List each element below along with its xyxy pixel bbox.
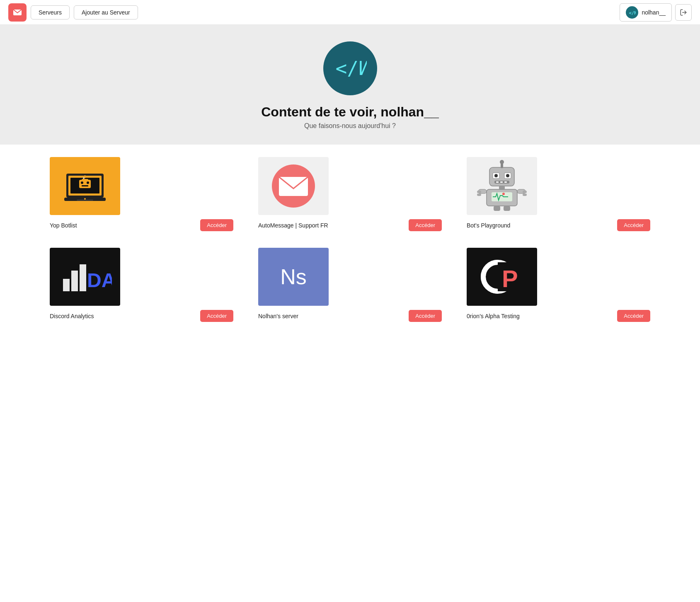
- server-thumb-bots-playground: [467, 157, 537, 215]
- hero-subtitle: Que faisons-nous aujourd'hui ?: [304, 122, 396, 130]
- svg-rect-42: [494, 206, 500, 211]
- server-thumb-automessage: [258, 157, 329, 215]
- avatar: </N>: [626, 6, 638, 19]
- svg-rect-29: [496, 181, 499, 183]
- svg-text:</И>: </И>: [335, 57, 367, 80]
- svg-rect-38: [477, 193, 481, 196]
- servers-section: Yop Botlist Accéder AutoMessage | Suppor…: [0, 145, 700, 334]
- svg-point-23: [500, 160, 504, 164]
- svg-rect-31: [504, 181, 507, 183]
- svg-point-35: [502, 193, 505, 195]
- svg-point-10: [87, 181, 89, 184]
- svg-rect-41: [523, 191, 527, 193]
- logo-button[interactable]: [8, 3, 27, 22]
- acceder-button-automessage[interactable]: Accéder: [409, 219, 442, 231]
- svg-rect-40: [523, 193, 527, 196]
- svg-rect-11: [82, 185, 88, 186]
- svg-point-9: [81, 181, 83, 184]
- svg-rect-43: [504, 206, 510, 211]
- hero-section: </И> Content de te voir, nolhan__ Que fa…: [0, 25, 700, 145]
- envelope-icon: [12, 7, 22, 17]
- server-name-automessage: AutoMessage | Support FR: [258, 222, 404, 229]
- svg-rect-45: [71, 271, 78, 291]
- svg-point-26: [494, 174, 498, 177]
- server-card-yop-botlist: Yop Botlist Accéder: [50, 157, 233, 231]
- navbar: Serveurs Ajouter au Serveur </N> nolhan_…: [0, 0, 700, 25]
- hero-title: Content de te voir, nolhan__: [261, 104, 439, 120]
- svg-rect-8: [82, 179, 88, 181]
- svg-point-15: [84, 175, 86, 177]
- svg-point-18: [84, 198, 86, 200]
- server-info-nolhans-server: Nolhan's server Accéder: [258, 310, 442, 322]
- servers-button[interactable]: Serveurs: [31, 5, 70, 19]
- svg-text:P: P: [502, 265, 518, 292]
- server-card-bots-playground: Bot's Playground Accéder: [467, 157, 650, 231]
- acceder-button-discord-analytics[interactable]: Accéder: [200, 310, 233, 322]
- acceder-button-bots-playground[interactable]: Accéder: [617, 219, 650, 231]
- server-card-discord-analytics: DA Discord Analytics Accéder: [50, 248, 233, 322]
- user-pill[interactable]: </N> nolhan__: [620, 3, 672, 22]
- hero-logo-icon: </И>: [334, 56, 367, 81]
- acceder-button-yop-botlist[interactable]: Accéder: [200, 219, 233, 231]
- server-thumb-yop-botlist: [50, 157, 120, 215]
- server-name-orion-alpha: 0rion's Alpha Testing: [467, 313, 612, 319]
- avatar-icon: </N>: [628, 9, 636, 16]
- server-info-orion-alpha: 0rion's Alpha Testing Accéder: [467, 310, 650, 322]
- hero-logo: </И>: [323, 41, 377, 95]
- svg-text:DA: DA: [87, 269, 112, 291]
- server-thumb-nolhans-server: Ns: [258, 248, 329, 306]
- nolhans-server-thumb: Ns: [258, 248, 329, 306]
- server-name-nolhans-server: Nolhan's server: [258, 313, 404, 319]
- svg-point-13: [83, 177, 85, 179]
- svg-rect-39: [477, 191, 481, 193]
- server-thumb-discord-analytics: DA: [50, 248, 120, 306]
- svg-text:</N>: </N>: [629, 10, 636, 15]
- server-info-yop-botlist: Yop Botlist Accéder: [50, 219, 233, 231]
- user-name: nolhan__: [642, 9, 666, 16]
- server-card-nolhans-server: Ns Nolhan's server Accéder: [258, 248, 442, 322]
- svg-rect-30: [500, 181, 503, 183]
- server-info-bots-playground: Bot's Playground Accéder: [467, 219, 650, 231]
- server-card-automessage: AutoMessage | Support FR Accéder: [258, 157, 442, 231]
- server-name-discord-analytics: Discord Analytics: [50, 313, 195, 319]
- navbar-right: </N> nolhan__: [620, 3, 692, 22]
- acceder-button-nolhans-server[interactable]: Accéder: [409, 310, 442, 322]
- server-name-bots-playground: Bot's Playground: [467, 222, 612, 229]
- svg-rect-46: [80, 264, 86, 291]
- server-info-discord-analytics: Discord Analytics Accéder: [50, 310, 233, 322]
- server-info-automessage: AutoMessage | Support FR Accéder: [258, 219, 442, 231]
- servers-grid: Yop Botlist Accéder AutoMessage | Suppor…: [50, 157, 650, 322]
- server-card-orion-alpha: P 0rion's Alpha Testing Accéder: [467, 248, 650, 322]
- logout-button[interactable]: [675, 4, 692, 21]
- logout-icon: [680, 9, 687, 16]
- server-name-yop-botlist: Yop Botlist: [50, 222, 195, 229]
- svg-rect-44: [63, 279, 70, 291]
- server-thumb-orion-alpha: P: [467, 248, 537, 306]
- navbar-left: Serveurs Ajouter au Serveur: [8, 3, 138, 22]
- svg-rect-32: [499, 186, 505, 189]
- add-server-button[interactable]: Ajouter au Serveur: [74, 5, 138, 19]
- acceder-button-orion-alpha[interactable]: Accéder: [617, 310, 650, 322]
- svg-point-27: [506, 174, 509, 177]
